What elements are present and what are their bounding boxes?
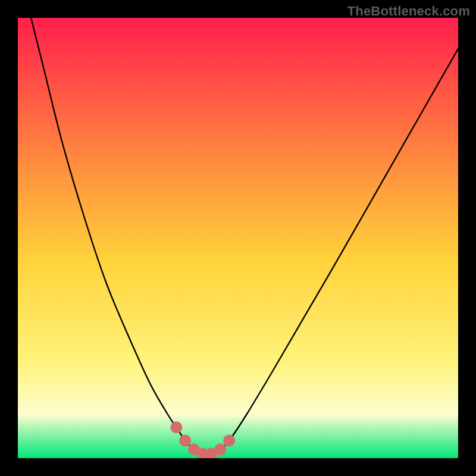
bottleneck-chart — [18, 18, 458, 458]
curve-marker — [214, 443, 226, 455]
curve-marker — [179, 434, 191, 446]
chart-frame: TheBottleneck.com — [0, 0, 476, 476]
attribution-text: TheBottleneck.com — [347, 4, 470, 19]
chart-svg — [18, 18, 458, 458]
curve-marker — [170, 421, 182, 433]
gradient-bg — [18, 18, 458, 458]
curve-marker — [223, 434, 235, 446]
